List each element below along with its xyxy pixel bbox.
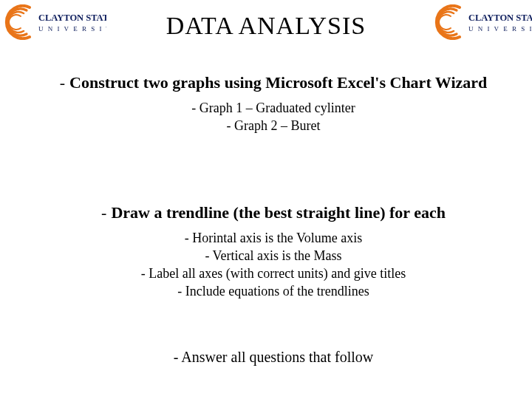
section2-lead: -Draw a trendline (the best straight lin… xyxy=(53,202,494,223)
section-construct: -Construct two graphs using Microsoft Ex… xyxy=(53,72,494,134)
bullet-dash: - xyxy=(60,72,65,93)
section2-lead-text: Draw a trendline (the best straight line… xyxy=(111,203,446,222)
section1-lead: -Construct two graphs using Microsoft Ex… xyxy=(53,72,494,93)
section1-sub2: - Graph 2 – Buret xyxy=(53,117,494,134)
section1-sub1: - Graph 1 – Graduated cylinter xyxy=(53,99,494,117)
section-answer: - Answer all questions that follow xyxy=(53,347,494,367)
bullet-dash: - xyxy=(101,202,106,223)
section2-sub2: - Vertical axis is the Mass xyxy=(53,247,494,265)
section2-sub1: - Horintal axis is the Volume axis xyxy=(53,229,494,247)
slide: CLAYTON STATE U N I V E R S I T Y CLAYTO… xyxy=(0,0,532,399)
section1-lead-text: Construct two graphs using Microsoft Exc… xyxy=(69,73,487,92)
section3-line: - Answer all questions that follow xyxy=(53,347,494,367)
page-title: DATA ANALYSIS xyxy=(0,12,532,40)
section2-sub3: - Label all axes (with correct units) an… xyxy=(53,265,494,282)
section-trendline: -Draw a trendline (the best straight lin… xyxy=(53,202,494,301)
section2-sub4: - Include equations of the trendlines xyxy=(53,282,494,300)
